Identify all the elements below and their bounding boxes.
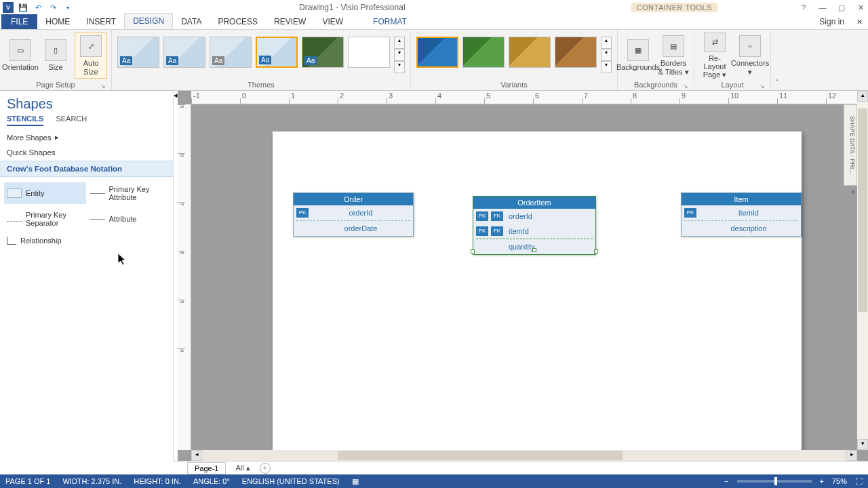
- themes-scroll-down-icon[interactable]: ▾: [394, 49, 405, 61]
- drawing-page[interactable]: Order PKorderId orderDate OrderItem PKFK…: [273, 131, 802, 450]
- shape-data-pane-tab[interactable]: SHAPE DATA - PRI...: [844, 104, 857, 186]
- entity-header: Order: [294, 193, 413, 205]
- visio-app-icon[interactable]: V: [3, 2, 14, 13]
- close-doc-icon[interactable]: ✕: [851, 15, 868, 29]
- variants-scroll-up-icon[interactable]: ▴: [601, 37, 612, 49]
- theme-swatch[interactable]: Aa: [302, 37, 344, 68]
- design-tab[interactable]: DESIGN: [124, 13, 173, 29]
- orientation-button[interactable]: ▭Orientation: [4, 33, 37, 79]
- themes-scroll-up-icon[interactable]: ▴: [394, 37, 405, 49]
- theme-swatch[interactable]: Aa: [117, 37, 159, 68]
- themes-more-icon[interactable]: ▾: [394, 61, 405, 73]
- active-stencil-header[interactable]: Crow's Foot Database Notation: [0, 161, 173, 177]
- stencil-pk-attribute[interactable]: Primary Key Attribute: [87, 182, 170, 204]
- drawing-canvas[interactable]: Order PKorderId orderDate OrderItem PKFK…: [191, 104, 857, 450]
- zoom-out-icon[interactable]: −: [724, 477, 728, 485]
- add-page-icon[interactable]: +: [260, 463, 271, 474]
- maximize-icon[interactable]: ▢: [837, 3, 846, 12]
- horizontal-ruler: [191, 91, 857, 104]
- stencil-attribute[interactable]: Attribute: [87, 208, 170, 230]
- quick-shapes-button[interactable]: Quick Shapes: [0, 146, 173, 161]
- horizontal-scrollbar[interactable]: ◂▸: [191, 450, 857, 461]
- zoom-slider[interactable]: [737, 480, 812, 483]
- undo-icon[interactable]: ↶: [33, 2, 43, 13]
- data-tab[interactable]: DATA: [173, 14, 210, 29]
- scroll-thumb[interactable]: [858, 108, 867, 312]
- qat-customize-icon[interactable]: ▾: [62, 2, 73, 13]
- theme-swatch[interactable]: [348, 37, 390, 68]
- relayout-page-button[interactable]: ⇄Re-Layout Page ▾: [698, 33, 731, 79]
- status-width: WIDTH: 2.375 IN.: [62, 477, 121, 485]
- status-page: PAGE 1 OF 1: [5, 477, 50, 485]
- zoom-in-icon[interactable]: +: [820, 477, 824, 485]
- connectors-button[interactable]: ⎓Connectors ▾: [734, 33, 766, 79]
- contextual-tab-label: CONTAINER TOOLS: [631, 3, 717, 12]
- attr-label: orderId: [309, 209, 413, 217]
- autosize-button[interactable]: ⤢Auto Size: [75, 33, 107, 79]
- fit-page-icon[interactable]: ⛶: [855, 477, 863, 485]
- close-window-icon[interactable]: ✕: [856, 3, 865, 12]
- attr-label: orderId: [503, 212, 595, 220]
- format-tab[interactable]: FORMAT: [365, 14, 415, 29]
- stencils-tab[interactable]: STENCILS: [7, 115, 43, 126]
- home-tab[interactable]: HOME: [37, 14, 78, 29]
- save-icon[interactable]: 💾: [18, 2, 28, 13]
- minimize-icon[interactable]: —: [818, 3, 827, 12]
- size-button[interactable]: ▯Size: [39, 33, 72, 79]
- attr-label: itemId: [696, 209, 801, 217]
- entity-orderitem[interactable]: OrderItem PKFKorderId PKFKitemId quantit…: [473, 196, 596, 255]
- page-tab[interactable]: Page-1: [187, 462, 226, 474]
- entity-item[interactable]: Item PKitemId description: [681, 192, 802, 237]
- variant-swatch[interactable]: [462, 37, 505, 68]
- view-tab[interactable]: VIEW: [314, 14, 351, 29]
- page-setup-launcher-icon[interactable]: ↘: [100, 83, 106, 89]
- scroll-right-icon[interactable]: ▸: [846, 450, 857, 461]
- entity-order[interactable]: Order PKorderId orderDate: [293, 192, 414, 237]
- variant-swatch[interactable]: [509, 37, 551, 68]
- layout-launcher-icon[interactable]: ↘: [760, 83, 765, 89]
- scroll-down-icon[interactable]: ▾: [857, 439, 868, 450]
- stencil-pk-separator[interactable]: Primary Key Separator: [4, 208, 86, 230]
- process-tab[interactable]: PROCESS: [210, 14, 266, 29]
- themes-gallery[interactable]: Aa Aa Aa Aa Aa ▴▾▾: [116, 33, 406, 77]
- zoom-level[interactable]: 75%: [832, 477, 847, 485]
- vertical-scrollbar[interactable]: ▴▾: [857, 91, 868, 450]
- variant-swatch[interactable]: [416, 37, 458, 68]
- scroll-thumb[interactable]: [338, 451, 623, 460]
- stencil-relationship[interactable]: Relationship: [4, 234, 86, 247]
- shape-data-close-icon[interactable]: ✕: [850, 188, 856, 196]
- all-pages-button[interactable]: All ▴: [235, 464, 250, 472]
- variants-group-label: Variants: [500, 81, 528, 89]
- selection-handle[interactable]: [594, 249, 598, 253]
- collapse-ribbon-icon[interactable]: ˄: [771, 30, 783, 90]
- selection-handle[interactable]: [471, 249, 475, 253]
- status-language[interactable]: ENGLISH (UNITED STATES): [242, 477, 340, 485]
- entity-header: Item: [682, 193, 801, 205]
- chevron-right-icon: ▸: [55, 133, 59, 142]
- entity-header: OrderItem: [473, 197, 595, 209]
- backgrounds-button[interactable]: ▦Backgrounds: [622, 33, 654, 79]
- backgrounds-group-label: Backgrounds: [634, 81, 677, 89]
- variants-more-icon[interactable]: ▾: [601, 61, 612, 73]
- backgrounds-launcher-icon[interactable]: ↘: [683, 83, 688, 89]
- variant-swatch[interactable]: [555, 37, 597, 68]
- variants-gallery[interactable]: ▴▾▾: [415, 33, 613, 77]
- insert-tab[interactable]: INSERT: [78, 14, 124, 29]
- borders-titles-button[interactable]: ▤Borders & Titles ▾: [657, 33, 690, 79]
- more-shapes-button[interactable]: More Shapes▸: [0, 129, 173, 146]
- sign-in-link[interactable]: Sign in: [812, 14, 851, 29]
- review-tab[interactable]: REVIEW: [266, 14, 314, 29]
- help-icon[interactable]: ?: [799, 3, 808, 12]
- variants-scroll-down-icon[interactable]: ▾: [601, 49, 612, 61]
- redo-icon[interactable]: ↷: [47, 2, 58, 13]
- theme-swatch[interactable]: Aa: [163, 37, 205, 68]
- file-tab[interactable]: FILE: [1, 14, 37, 29]
- scroll-up-icon[interactable]: ▴: [857, 91, 868, 102]
- search-tab[interactable]: SEARCH: [56, 115, 87, 126]
- macro-record-icon[interactable]: ▦: [352, 477, 359, 486]
- stencil-entity[interactable]: Entity: [4, 182, 86, 204]
- scroll-left-icon[interactable]: ◂: [191, 450, 202, 461]
- theme-swatch[interactable]: Aa: [210, 37, 252, 68]
- selection-handle[interactable]: [532, 248, 536, 252]
- theme-swatch[interactable]: Aa: [256, 37, 298, 68]
